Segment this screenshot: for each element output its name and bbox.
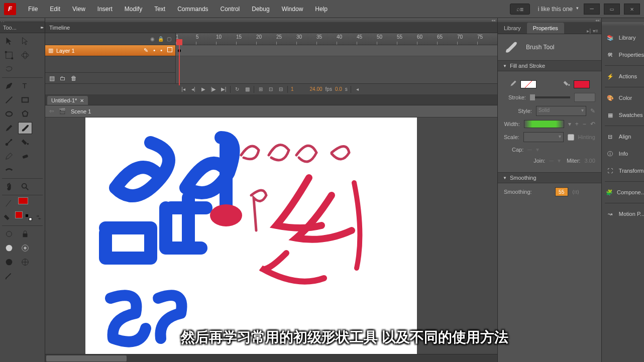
- width-add-icon[interactable]: +: [575, 120, 579, 128]
- dock-color[interactable]: 🎨Color: [602, 89, 644, 106]
- eyedropper-tool[interactable]: [2, 150, 16, 162]
- ruler-tick[interactable]: 75: [477, 33, 497, 45]
- current-frame[interactable]: 1: [291, 86, 294, 92]
- frame-row[interactable]: [176, 45, 497, 56]
- layer-pencil-icon[interactable]: ✎: [144, 47, 148, 54]
- stroke-color-icon[interactable]: [2, 197, 16, 209]
- ruler-tick[interactable]: 55: [397, 33, 417, 45]
- fill-color-bucket-icon[interactable]: [563, 79, 571, 89]
- brush-lock-fill-icon[interactable]: [18, 228, 32, 240]
- close-tab-icon[interactable]: ✕: [80, 98, 84, 103]
- ruler-tick[interactable]: 20: [256, 33, 276, 45]
- ruler-tick[interactable]: 25: [276, 33, 296, 45]
- ruler-tick[interactable]: 60: [417, 33, 437, 45]
- zoom-tool[interactable]: [18, 181, 32, 193]
- width-tool[interactable]: [2, 164, 16, 176]
- document-tab[interactable]: Untitled-1* ✕: [47, 96, 88, 105]
- 3d-rotation-tool[interactable]: [18, 49, 32, 61]
- hand-tool[interactable]: [2, 181, 16, 193]
- frames-panel[interactable]: 151015202530354045505560657075: [176, 33, 497, 83]
- center-handle[interactable]: ◂◂: [45, 18, 497, 22]
- canvas-hscrollbar[interactable]: [45, 354, 497, 362]
- scene-back-button[interactable]: ⇦: [49, 108, 54, 114]
- layer-row[interactable]: ▥ Layer 1 ✎••: [45, 45, 175, 56]
- dock-library[interactable]: 📚Library: [602, 29, 644, 46]
- menu-file[interactable]: File: [22, 2, 44, 17]
- menubar-search-button[interactable]: ⌕☰: [510, 4, 530, 15]
- dock-swatches[interactable]: ▦Swatches: [602, 106, 644, 124]
- new-layer-button[interactable]: ▤: [48, 75, 55, 82]
- subselection-tool[interactable]: [18, 35, 32, 47]
- smoothing-value-input[interactable]: 55: [555, 187, 568, 196]
- color-bw-icon[interactable]: [25, 211, 33, 223]
- stroke-swatch-none[interactable]: [520, 80, 536, 88]
- line-tool[interactable]: [2, 94, 16, 106]
- ruler-tick[interactable]: 65: [437, 33, 457, 45]
- tab-properties[interactable]: Properties: [527, 23, 564, 34]
- brush-shape-icon[interactable]: [2, 256, 16, 268]
- dock-motion-presets[interactable]: ↝Motion P...: [602, 205, 644, 222]
- canvas-area[interactable]: [45, 117, 497, 354]
- pencil-tool[interactable]: [2, 122, 16, 134]
- dock-actions[interactable]: ⚡Actions: [602, 68, 644, 85]
- panel-collapse-icon[interactable]: ▸|: [587, 28, 591, 34]
- scroll-left-button[interactable]: ◂: [354, 86, 361, 93]
- tab-library[interactable]: Library: [498, 23, 527, 34]
- stage[interactable]: [85, 117, 417, 354]
- lasso-tool[interactable]: [2, 63, 16, 75]
- dock-components[interactable]: 🧩Compone...: [602, 184, 644, 201]
- maximize-button[interactable]: ▭: [604, 4, 620, 15]
- free-transform-tool[interactable]: [2, 49, 16, 61]
- menu-text[interactable]: Text: [148, 2, 171, 17]
- brush-size-icon[interactable]: [2, 242, 16, 254]
- visibility-icon[interactable]: ◉: [150, 36, 155, 42]
- ruler-tick[interactable]: 35: [316, 33, 337, 45]
- onion-skin-button[interactable]: ▩: [244, 86, 251, 93]
- selection-tool[interactable]: [2, 35, 16, 47]
- brush-mode-icon[interactable]: [18, 256, 32, 268]
- menu-modify[interactable]: Modify: [119, 2, 148, 17]
- dock-handle[interactable]: ◂◂: [602, 22, 644, 26]
- width-remove-icon[interactable]: −: [583, 120, 586, 128]
- stroke-slider[interactable]: [530, 96, 570, 98]
- toolbox-handle[interactable]: ◂◂: [0, 18, 45, 22]
- smoothing-scrubber-icon[interactable]: ⟨⁞⁞⟩: [572, 189, 579, 195]
- style-edit-icon[interactable]: ✎: [590, 107, 595, 114]
- fill-swatch[interactable]: [574, 80, 590, 88]
- object-drawing-icon[interactable]: [2, 228, 16, 240]
- ruler-tick[interactable]: 45: [357, 33, 377, 45]
- ruler-tick[interactable]: 40: [337, 33, 357, 45]
- goto-first-button[interactable]: |◂: [180, 86, 187, 93]
- fill-color-icon[interactable]: [2, 211, 13, 223]
- dock-info[interactable]: ⓘInfo: [602, 145, 644, 162]
- color-swap-icon[interactable]: [35, 211, 43, 223]
- paint-bucket-tool[interactable]: [18, 136, 32, 148]
- layer-name[interactable]: Layer 1: [56, 48, 75, 54]
- brush-nib-icon[interactable]: [18, 242, 32, 254]
- rectangle-tool[interactable]: [18, 94, 32, 106]
- minimize-button[interactable]: ─: [584, 4, 600, 15]
- play-button[interactable]: ▶: [200, 86, 207, 93]
- stroke-color-pencil-icon[interactable]: [509, 79, 517, 89]
- width-profile-dropdown[interactable]: [524, 120, 564, 128]
- center-frame-button[interactable]: ⊞: [257, 86, 264, 93]
- text-tool[interactable]: T: [18, 80, 32, 92]
- fill-color-swatch[interactable]: [15, 211, 23, 218]
- ruler-tick[interactable]: 70: [457, 33, 477, 45]
- brush-tool[interactable]: [18, 122, 32, 134]
- playhead[interactable]: [179, 45, 180, 85]
- ruler-tick[interactable]: 30: [296, 33, 316, 45]
- dock-transform[interactable]: ⛶Transform: [602, 162, 644, 179]
- menu-window[interactable]: Window: [276, 2, 309, 17]
- eraser-tool[interactable]: [18, 150, 32, 162]
- loop-button[interactable]: ↻: [234, 86, 241, 93]
- stroke-color-swatch[interactable]: [18, 197, 28, 204]
- section-fill-stroke[interactable]: Fill and Stroke: [498, 60, 601, 71]
- step-fwd-button[interactable]: |▶: [210, 86, 217, 93]
- fps-value[interactable]: 24.00: [310, 86, 323, 92]
- polystar-tool[interactable]: [18, 108, 32, 120]
- menu-edit[interactable]: Edit: [44, 2, 66, 17]
- menu-control[interactable]: Control: [214, 2, 246, 17]
- edit-multiple-button[interactable]: ⊟: [277, 86, 284, 93]
- brush-paint-icon[interactable]: [2, 270, 16, 282]
